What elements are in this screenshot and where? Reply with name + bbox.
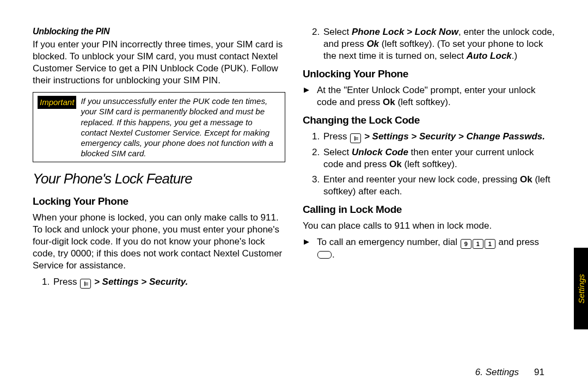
lock-feature-title: Your Phone's Lock Feature [33, 170, 285, 188]
menu-key-icon [80, 279, 91, 289]
chg1-a: Press [323, 131, 350, 142]
chg1-b: > Settings > Security > Change Passwds. [362, 131, 545, 142]
step2-text-f: Auto Lock [467, 51, 512, 61]
locking-step-1-path: > Settings > Security. [91, 277, 188, 287]
section-side-tab: Settings [574, 248, 588, 329]
call-a: To call an emergency number, dial [317, 237, 460, 247]
important-callout: Important If you unsuccessfully enter th… [33, 92, 285, 162]
change-step-1: Press > Settings > Security > Change Pas… [322, 131, 555, 143]
chg2-d: Ok [389, 159, 402, 169]
step2-text-b: Phone Lock > Lock Now [352, 27, 458, 37]
emergency-call-bullet: To call an emergency number, dial 911 an… [317, 236, 555, 261]
calling-lock-mode-heading: Calling in Lock Mode [303, 203, 555, 217]
locking-phone-heading: Locking Your Phone [33, 195, 285, 209]
side-tab-label: Settings [577, 274, 586, 303]
locking-phone-body: When your phone is locked, you can only … [33, 212, 285, 272]
chg2-b: Unlock Code [352, 147, 408, 157]
locking-step-1-prefix: Press [53, 277, 79, 287]
keypad-9-icon: 9 [461, 239, 471, 249]
unlock-b: Ok [383, 97, 395, 107]
manual-page: Unblocking the PIN If you enter your PIN… [0, 0, 588, 392]
page-footer: 6. Settings 91 [475, 367, 544, 378]
chg2-a: Select [323, 147, 352, 157]
locking-step-1: Press > Settings > Security. [52, 276, 285, 289]
unlocking-bullet-list: At the "Enter Unlock Code" prompt, enter… [303, 84, 555, 108]
keypad-1-icon: 1 [485, 239, 495, 249]
change-step-3: Enter and reenter your new lock code, pr… [322, 174, 555, 198]
callout-body: If you unsuccessfully enter the PUK code… [81, 96, 280, 158]
unblocking-pin-body: If you enter your PIN incorrectly three … [33, 39, 285, 87]
locking-step-2: Select Phone Lock > Lock Now, enter the … [322, 26, 555, 62]
callout-label: Important [38, 96, 76, 109]
right-column: Select Phone Lock > Lock Now, enter the … [303, 26, 555, 353]
chg3-a: Enter and reenter your new lock code, pr… [323, 174, 520, 185]
unlock-c: (left softkey). [395, 97, 451, 107]
left-column: Unblocking the PIN If you enter your PIN… [33, 26, 285, 353]
call-b: and press [496, 237, 539, 247]
unlocking-phone-heading: Unlocking Your Phone [303, 68, 555, 81]
two-column-layout: Unblocking the PIN If you enter your PIN… [33, 26, 555, 353]
keypad-1-icon: 1 [473, 239, 483, 249]
call-key-icon [317, 251, 332, 259]
step2-text-g: .) [512, 51, 517, 61]
change-step-2: Select Unlock Code then enter your curre… [322, 146, 555, 170]
emergency-call-list: To call an emergency number, dial 911 an… [303, 236, 555, 261]
call-c: . [332, 249, 335, 260]
menu-key-icon [350, 133, 361, 143]
footer-chapter: 6. Settings [475, 367, 519, 378]
chg3-b: Ok [520, 174, 532, 185]
unblocking-pin-heading: Unblocking the PIN [33, 26, 285, 38]
locking-steps-cont: Select Phone Lock > Lock Now, enter the … [303, 26, 555, 62]
step2-text-d: Ok [366, 39, 379, 49]
changing-lock-code-heading: Changing the Lock Code [303, 114, 555, 127]
step2-text-a: Select [323, 27, 352, 37]
locking-steps: Press > Settings > Security. [33, 276, 285, 289]
calling-lock-mode-body: You can place calls to 911 when in lock … [303, 220, 555, 232]
footer-page-number: 91 [534, 367, 544, 378]
chg2-e: (left softkey). [402, 159, 457, 169]
unlocking-bullet: At the "Enter Unlock Code" prompt, enter… [317, 84, 555, 108]
change-code-steps: Press > Settings > Security > Change Pas… [303, 131, 555, 198]
